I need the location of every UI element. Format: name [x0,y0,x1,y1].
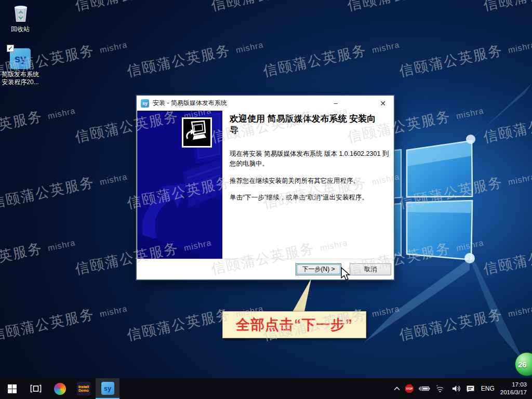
installer-dialog: sy 安装 - 简易版媒体发布系统 – ✕ [136,95,394,280]
dialog-button-bar: 下一步(N) > 取消 [137,259,394,280]
taskbar: InstallDemo sy STOP [0,378,532,399]
recycle-bin-icon [10,3,31,24]
desktop-icon-installer[interactable]: sy ✓ 简版发布系统 安装程序20... [0,48,41,86]
tray-stop-icon[interactable]: STOP [403,384,416,393]
clock-time: 17:03 [500,381,527,389]
wizard-paragraph-3: 单击“下一步”继续，或单击“取消”退出安装程序。 [230,193,390,203]
desktop: 回收站 sy ✓ 简版发布系统 安装程序20... sy 安装 - 简易版媒体发… [0,0,532,399]
dialog-titlebar[interactable]: sy 安装 - 简易版媒体发布系统 – ✕ [137,96,394,111]
windows-logo-icon [8,384,17,393]
installer-label-line1: 简版发布系统 [0,71,41,78]
taskbar-clock[interactable]: 17:03 2016/3/17 [498,381,532,396]
mouse-cursor [341,267,353,285]
installdemo-icon: InstallDemo [77,382,90,395]
wizard-paragraph-2: 推荐您在继续安装前关闭所有其它应用程序。 [230,176,390,186]
taskbar-app-sy-active[interactable]: sy [96,378,119,399]
taskbar-app-colorwheel[interactable] [48,378,72,399]
tray-power-icon[interactable] [416,385,434,392]
overlay-badge-value: 26 [518,360,527,369]
tray-wifi-icon[interactable]: * [434,385,449,393]
clock-date: 2016/3/17 [500,389,527,396]
wizard-paragraph-1: 现在将安装 简易版媒体发布系统 版本 1.0.1602.2301 到您的电脑中。 [230,149,390,169]
start-button[interactable] [0,378,24,399]
system-tray: STOP * [391,378,532,399]
tray-volume-icon[interactable] [449,385,463,392]
wizard-side-image [137,111,222,259]
minimize-button[interactable]: – [324,96,348,111]
wizard-body: 欢迎使用 简易版媒体发布系统 安装向导 现在将安装 简易版媒体发布系统 版本 1… [137,111,394,259]
installer-label-line2: 安装程序20... [0,78,41,86]
next-button[interactable]: 下一步(N) > [296,263,341,275]
colorwheel-icon [54,383,66,395]
action-center-icon[interactable] [463,385,477,393]
setup-computer-icon [182,117,212,148]
task-view-button[interactable] [24,378,48,399]
sy-app-icon: sy [101,382,114,395]
wizard-heading: 欢迎使用 简易版媒体发布系统 安装向导 [230,113,380,137]
task-view-icon [30,384,42,393]
installer-checkbox-icon[interactable]: ✓ [7,45,14,52]
recycle-bin-label: 回收站 [0,25,41,33]
dialog-app-icon: sy [141,99,149,108]
desktop-icon-recycle-bin[interactable]: 回收站 [0,3,41,33]
dialog-title: 安装 - 简易版媒体发布系统 [153,99,227,108]
callout-text: 全部点击“下一步” [236,315,353,334]
taskbar-app-installdemo[interactable]: InstallDemo [72,378,96,399]
cancel-button[interactable]: 取消 [350,263,391,275]
callout-box: 全部点击“下一步” [222,311,366,338]
tray-chevron-up-icon[interactable] [391,387,403,391]
close-button[interactable]: ✕ [371,96,395,111]
language-indicator[interactable]: ENG [477,385,498,392]
